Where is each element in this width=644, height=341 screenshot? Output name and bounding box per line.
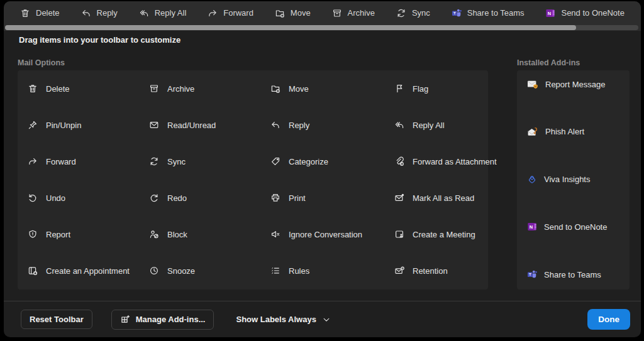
mail-option-label: Forward [46, 157, 76, 166]
pin-icon [28, 120, 38, 130]
scrollbar-thumb[interactable] [5, 25, 576, 30]
installed-addins-title: Installed Add-ins [517, 58, 580, 67]
chevron-down-icon [322, 315, 331, 324]
mail-option-undo[interactable]: Undo [28, 180, 149, 216]
toolbar-item-forward[interactable]: Forward [208, 8, 253, 18]
mail-option-pin-unpin[interactable]: Pin/Unpin [28, 107, 149, 143]
show-labels-dropdown[interactable]: Show Labels Always [233, 310, 333, 329]
reply-icon [270, 120, 280, 130]
customize-toolbar-dialog: Delete Reply Reply All Forward Move Arch… [4, 1, 641, 337]
instruction-text: Drag items into your toolbar to customiz… [19, 35, 180, 45]
toolbar-item-label: Move [291, 8, 311, 18]
mail-option-reply-all[interactable]: Reply All [394, 107, 497, 143]
addin-phish-alert[interactable]: Phish Alert [527, 127, 630, 137]
manage-addins-button[interactable]: Manage Add-ins... [111, 310, 214, 330]
teams-logo-icon [527, 269, 537, 279]
mail-option-categorize[interactable]: Categorize [270, 143, 394, 180]
mail-option-delete[interactable]: Delete [28, 70, 149, 107]
mail-option-create-a-meeting[interactable]: Create a Meeting [394, 216, 497, 252]
mail-option-flag[interactable]: Flag [394, 70, 497, 107]
reset-toolbar-label: Reset Toolbar [30, 315, 84, 324]
mute-speaker-icon [270, 229, 280, 239]
toolbar-item-label: Archive [348, 8, 375, 18]
clock-icon [149, 266, 159, 276]
reply-all-icon [139, 8, 149, 18]
shield-report-icon [28, 229, 38, 239]
appointment-add-icon [28, 266, 38, 276]
trash-icon [20, 8, 30, 18]
toolbar-item-reply-all[interactable]: Reply All [139, 8, 187, 18]
toolbar-item-send-to-onenote[interactable]: Send to OneNote [545, 8, 624, 18]
archive-icon [149, 84, 159, 94]
mail-option-create-an-appointment[interactable]: Create an Appointment [28, 252, 149, 289]
mail-option-ignore-conversation[interactable]: Ignore Conversation [270, 216, 394, 252]
toolbar-item-reply[interactable]: Reply [81, 8, 118, 18]
done-label: Done [598, 315, 619, 324]
toolbar-item-archive[interactable]: Archive [332, 8, 375, 18]
mail-option-reply[interactable]: Reply [270, 107, 394, 143]
scrollbar-track[interactable] [5, 25, 638, 30]
person-block-icon [149, 229, 159, 239]
printer-icon [270, 193, 280, 203]
rules-list-icon [270, 266, 280, 276]
mail-option-read-unread[interactable]: Read/Unread [149, 107, 270, 143]
toolbar-item-delete[interactable]: Delete [20, 8, 60, 18]
onenote-logo-icon [545, 8, 555, 18]
mail-option-mark-all-as-read[interactable]: Mark All as Read [394, 180, 497, 216]
mail-option-forward[interactable]: Forward [28, 143, 149, 180]
manage-addins-label: Manage Add-ins... [136, 315, 206, 324]
addin-label: Viva Insights [544, 175, 590, 184]
toolbar-scrollbar[interactable] [4, 24, 641, 31]
toolbar-item-move[interactable]: Move [275, 8, 311, 18]
mail-option-label: Report [46, 230, 70, 239]
mail-option-label: Flag [413, 84, 428, 94]
mail-option-report[interactable]: Report [28, 216, 149, 252]
addin-viva-insights[interactable]: Viva Insights [527, 175, 630, 185]
toolbar-item-label: Forward [223, 8, 253, 18]
reply-icon [81, 8, 91, 18]
mail-option-label: Sync [167, 157, 186, 166]
mail-option-redo[interactable]: Redo [149, 180, 270, 216]
mail-option-rules[interactable]: Rules [270, 252, 394, 289]
mail-option-print[interactable]: Print [270, 180, 394, 216]
mail-option-label: Redo [167, 193, 187, 203]
mail-option-block[interactable]: Block [149, 216, 270, 252]
mail-option-snooze[interactable]: Snooze [149, 252, 270, 289]
reply-all-icon [394, 120, 404, 130]
mail-option-retention[interactable]: Retention [394, 252, 497, 289]
toolbar-item-label: Reply [97, 8, 118, 18]
mail-option-move[interactable]: Move [270, 70, 394, 107]
mail-option-label: Archive [167, 84, 194, 94]
sync-icon [149, 156, 159, 166]
addin-report-message[interactable]: Report Message [527, 79, 630, 89]
addin-send-to-onenote[interactable]: Send to OneNote [527, 222, 630, 232]
mail-option-label: Categorize [289, 157, 328, 166]
mail-option-forward-as-attachment[interactable]: Forward as Attachment [394, 143, 497, 180]
phish-alert-addin-icon [527, 127, 538, 137]
mail-option-label: Create an Appointment [46, 266, 130, 276]
toolbar-item-label: Sync [412, 8, 430, 18]
mail-option-label: Move [289, 84, 309, 94]
archive-icon [332, 8, 342, 18]
teams-logo-icon [452, 8, 462, 18]
mail-option-label: Delete [46, 84, 70, 94]
mail-option-sync[interactable]: Sync [149, 143, 270, 180]
toolbar-item-sync[interactable]: Sync [396, 8, 430, 18]
addin-share-to-teams[interactable]: Share to Teams [527, 269, 630, 279]
mail-option-archive[interactable]: Archive [149, 70, 270, 107]
trash-icon [28, 84, 38, 94]
toolbar-item-share-to-teams[interactable]: Share to Teams [452, 8, 525, 18]
attachment-forward-icon [394, 156, 404, 166]
undo-icon [28, 193, 38, 203]
move-folder-icon [270, 84, 280, 94]
mail-option-label: Mark All as Read [413, 193, 474, 203]
mail-option-label: Forward as Attachment [413, 157, 497, 166]
reset-toolbar-button[interactable]: Reset Toolbar [21, 310, 92, 329]
addin-label: Report Message [545, 80, 605, 89]
toolbar-item-label: Send to OneNote [561, 8, 624, 18]
installed-addins-panel: Report Message Phish Alert Viva Insights… [517, 70, 630, 290]
report-message-addin-icon [527, 79, 538, 89]
done-button[interactable]: Done [587, 309, 630, 330]
mail-option-label: Ignore Conversation [289, 230, 362, 239]
mail-option-label: Pin/Unpin [46, 121, 81, 130]
